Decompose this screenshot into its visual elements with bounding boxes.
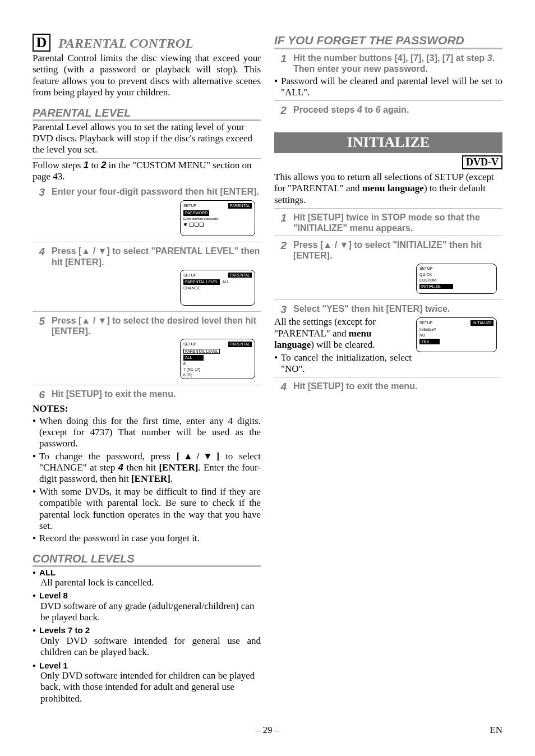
notes-list: When doing this for the first time, ente… — [33, 416, 261, 545]
osd-parental-level: SETUP PARENTAL PARENTAL LEVEL ALL CHANGE — [180, 270, 255, 306]
notes-heading: NOTES: — [33, 403, 261, 414]
osd-initialize-question: Initialize? — [419, 328, 494, 332]
step-instruction: Proceed steps 4 to 6 again. — [293, 104, 409, 117]
step-number: 5 — [33, 315, 45, 336]
divider — [274, 236, 502, 236]
osd-setup-label: SETUP — [419, 266, 432, 271]
init-step-1: 1 Hit [SETUP] twice in STOP mode so that… — [274, 212, 502, 233]
osd-password-label: PASSWORD — [183, 210, 209, 216]
step-number: 2 — [274, 239, 287, 261]
osd-tab-parental: PARENTAL — [228, 203, 252, 209]
levels-7-2-name: Levels 7 to 2 — [39, 625, 90, 635]
left-column: D PARENTAL CONTROL Parental Control limi… — [33, 34, 261, 707]
step-3: 3 Enter your four-digit password then hi… — [33, 186, 261, 199]
step-number: 3 — [33, 186, 45, 199]
level-8-desc: DVD software of any grade (adult/general… — [40, 601, 261, 624]
osd-no: NO — [419, 333, 494, 338]
osd-level-8: 8 — [183, 362, 252, 366]
osd-initialize-menu: SETUP QUICK CUSTOM INITIALIZE — [416, 264, 497, 294]
osd-change-item: CHANGE — [183, 286, 252, 291]
step-5: 5 Press [▲ / ▼] to select the desired le… — [33, 315, 261, 336]
manual-page: D PARENTAL CONTROL Parental Control limi… — [0, 0, 535, 729]
initialize-intro: This allows you to return all selections… — [274, 172, 502, 206]
initialize-banner: INITIALIZE — [274, 132, 502, 153]
page-number: – 29 – — [55, 725, 480, 736]
level-8-name: Level 8 — [39, 591, 68, 600]
osd-custom: CUSTOM — [419, 278, 494, 283]
step-4: 4 Press [▲ / ▼] to select "PARENTAL LEVE… — [33, 246, 261, 267]
step-number: 4 — [33, 246, 45, 267]
divider — [274, 100, 502, 101]
osd-tab-parental: PARENTAL — [228, 342, 252, 347]
section-title: PARENTAL CONTROL — [58, 36, 193, 52]
step-instruction: Hit the number buttons [4], [7], [3], [7… — [293, 53, 502, 74]
section-letter: D — [33, 34, 50, 52]
note-item: With some DVDs, it may be difficult to f… — [33, 486, 261, 532]
level-1-name: Level 1 — [39, 661, 68, 670]
step-instruction: Press [▲ / ▼] to select "INITIALIZE" the… — [293, 239, 502, 261]
osd-quick: QUICK — [419, 273, 494, 277]
language-code: EN — [480, 725, 502, 736]
page-footer: – 29 – EN — [0, 725, 535, 736]
osd-all-label: ALL — [222, 280, 229, 284]
osd-yes: YES — [419, 339, 440, 344]
osd-enter-password-text: Enter current password. — [183, 217, 252, 221]
step-number: 4 — [274, 381, 287, 393]
osd-setup-label: SETUP — [183, 273, 196, 278]
follow-steps-text: Follow steps 1 to 2 in the "CUSTOM MENU"… — [33, 160, 261, 183]
divider — [33, 242, 261, 242]
control-levels: ALL All parental lock is cancelled. Leve… — [33, 568, 261, 704]
osd-password: SETUP PARENTAL PASSWORD Enter current pa… — [180, 200, 255, 236]
step-instruction: Enter your four-digit password then hit … — [52, 186, 259, 199]
forgot-note: Password will be cleared and parental le… — [274, 76, 502, 99]
init-cancel-note: To cancel the initialization, select "NO… — [274, 352, 502, 375]
step-number: 1 — [274, 53, 287, 74]
osd-initialize-confirm: SETUP INITIALIZE Initialize? NO YES — [416, 317, 497, 352]
forgot-step-2: 2 Proceed steps 4 to 6 again. — [274, 104, 502, 117]
intro-text: Parental Control limits the disc viewing… — [33, 53, 261, 99]
osd-initialize-tab: INITIALIZE — [471, 320, 494, 326]
osd-level-select: SETUP PARENTAL PARENTAL LEVEL ALL 8 7 [N… — [180, 339, 255, 379]
osd-setup-label: SETUP — [419, 321, 432, 325]
step-6: 6 Hit [SETUP] to exit the menu. — [33, 389, 261, 401]
step-number: 2 — [274, 104, 287, 117]
control-levels-heading: CONTROL LEVELS — [33, 552, 261, 567]
note-item: When doing this for the first time, ente… — [33, 416, 261, 450]
step-instruction: Press [▲ / ▼] to select "PARENTAL LEVEL"… — [52, 246, 261, 267]
osd-level-all: ALL — [183, 355, 204, 361]
step-instruction: Select "YES" then hit [ENTER] twice. — [293, 303, 450, 316]
divider — [274, 208, 502, 209]
osd-tab-parental: PARENTAL — [228, 273, 252, 278]
osd-level-6: 6 [R] — [183, 373, 252, 377]
step-instruction: Hit [SETUP] to exit the menu. — [293, 381, 417, 393]
step-instruction: Hit [SETUP] twice in STOP mode so that t… — [293, 212, 502, 233]
step-number: 1 — [274, 212, 287, 233]
init-step-2: 2 Press [▲ / ▼] to select "INITIALIZE" t… — [274, 239, 502, 261]
parental-level-heading: PARENTAL LEVEL — [33, 107, 261, 121]
divider — [33, 311, 261, 312]
step-instruction: Press [▲ / ▼] to select the desired leve… — [52, 315, 261, 336]
note-item: Record the password in case you forget i… — [33, 533, 261, 544]
divider — [274, 377, 502, 377]
osd-setup-label: SETUP — [183, 342, 196, 347]
level-all-desc: All parental lock is cancelled. — [40, 577, 261, 588]
level-1-desc: Only DVD software intended for children … — [40, 670, 261, 704]
init-step-3: 3 Select "YES" then hit [ENTER] twice. — [274, 303, 502, 316]
divider — [33, 385, 261, 385]
forgot-step-1: 1 Hit the number buttons [4], [7], [3], … — [274, 53, 502, 74]
step-number: 3 — [274, 303, 287, 316]
osd-initialize-item: INITIALIZE — [419, 284, 453, 289]
dvd-v-badge: DVD-V — [462, 155, 502, 169]
parental-level-text: Parental Level allows you to set the rat… — [33, 122, 261, 156]
forgot-password-heading: IF YOU FORGET THE PASSWORD — [274, 34, 502, 49]
right-column: IF YOU FORGET THE PASSWORD 1 Hit the num… — [274, 34, 502, 707]
osd-parental-level-item: PARENTAL LEVEL — [183, 279, 220, 285]
init-step-4: 4 Hit [SETUP] to exit the menu. — [274, 381, 502, 393]
osd-level-7: 7 [NC-17] — [183, 367, 252, 372]
osd-parental-level-item: PARENTAL LEVEL — [183, 349, 220, 354]
step-number: 6 — [33, 389, 45, 401]
section-header: D PARENTAL CONTROL — [33, 34, 261, 52]
osd-setup-label: SETUP — [183, 204, 196, 208]
step-instruction: Hit [SETUP] to exit the menu. — [52, 389, 176, 401]
note-item: To change the password, press [▲/▼] to s… — [33, 451, 261, 485]
